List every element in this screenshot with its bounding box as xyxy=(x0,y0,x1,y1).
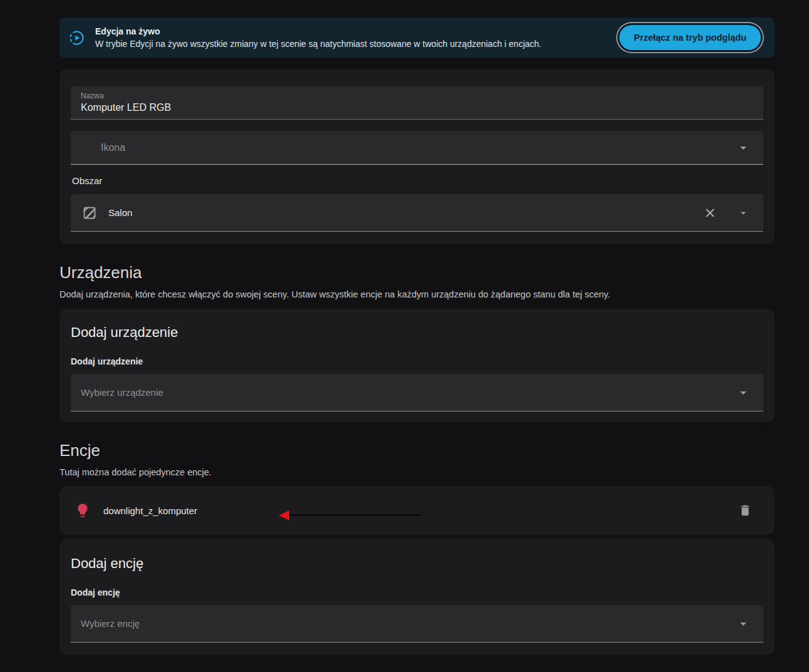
add-entity-card-title: Dodaj encję xyxy=(71,556,763,572)
clear-icon[interactable] xyxy=(703,206,717,220)
name-field-value: Komputer LED RGB xyxy=(81,102,753,113)
scene-editor-page: Edycja na żywo W trybie Edycji na żywo w… xyxy=(59,0,775,655)
annotation-arrow-line xyxy=(286,514,421,516)
devices-section-title: Urządzenia xyxy=(59,263,775,282)
switch-to-preview-button[interactable]: Przełącz na tryb podglądu xyxy=(619,25,761,50)
device-picker-placeholder: Wybierz urządzenie xyxy=(81,387,163,398)
banner-subtitle: W trybie Edycji na żywo wszystkie zmiany… xyxy=(95,38,542,50)
entity-picker-placeholder: Wybierz encję xyxy=(81,618,140,629)
area-value: Salon xyxy=(108,207,132,218)
texture-box-icon xyxy=(81,204,98,222)
chevron-down-icon xyxy=(736,385,751,400)
icon-picker-label: Ikona xyxy=(101,142,125,153)
chevron-down-icon xyxy=(736,205,751,220)
banner-text: Edycja na żywo W trybie Edycji na żywo w… xyxy=(95,25,542,50)
name-field-label: Nazwa xyxy=(81,91,753,100)
entities-section-description: Tutaj można dodać pojedyncze encje. xyxy=(59,467,775,477)
lightbulb-icon xyxy=(75,502,91,519)
delete-entity-button[interactable] xyxy=(738,504,752,517)
area-label: Obszar xyxy=(72,175,763,186)
motion-play-icon xyxy=(68,29,85,46)
scene-info-card: Nazwa Komputer LED RGB Ikona Obszar xyxy=(59,69,775,244)
entity-row[interactable]: downlight_z_komputer xyxy=(59,486,775,535)
add-device-card: Dodaj urządzenie Dodaj urządzenie Wybier… xyxy=(59,309,775,422)
icon-picker[interactable]: Ikona xyxy=(71,131,763,165)
add-device-field-label: Dodaj urządzenie xyxy=(71,356,763,366)
chevron-down-icon xyxy=(736,616,751,631)
devices-section-description: Dodaj urządzenia, które chcesz włączyć d… xyxy=(59,289,775,299)
entities-section-title: Encje xyxy=(59,441,775,460)
chevron-down-icon xyxy=(736,140,751,155)
entity-name: downlight_z_komputer xyxy=(103,505,197,516)
add-device-card-title: Dodaj urządzenie xyxy=(71,324,763,341)
name-field[interactable]: Nazwa Komputer LED RGB xyxy=(71,86,763,120)
annotation-arrow xyxy=(279,510,421,520)
entity-picker[interactable]: Wybierz encję xyxy=(71,605,763,643)
banner-title: Edycja na żywo xyxy=(95,25,542,38)
add-entity-card: Dodaj encję Dodaj encję Wybierz encję xyxy=(59,539,775,655)
add-entity-field-label: Dodaj encję xyxy=(71,587,763,597)
delete-icon xyxy=(738,504,752,517)
annotation-arrow-head xyxy=(279,510,289,520)
area-picker[interactable]: Salon xyxy=(71,194,763,232)
live-edit-banner: Edycja na żywo W trybie Edycji na żywo w… xyxy=(59,18,775,58)
device-picker[interactable]: Wybierz urządzenie xyxy=(71,374,763,411)
